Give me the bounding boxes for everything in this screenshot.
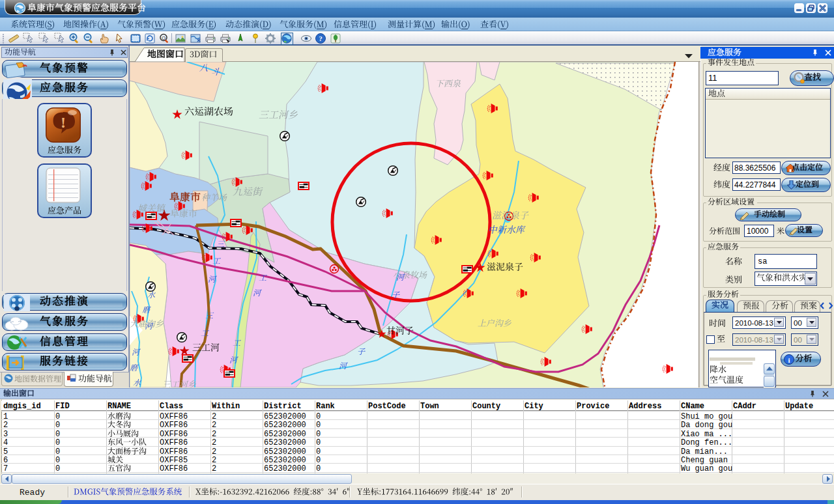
svg-text:!: ! [61, 114, 66, 131]
svg-text:i: i [788, 356, 790, 364]
svg-text:?: ? [319, 35, 323, 42]
svg-text:Q: Q [162, 35, 165, 41]
